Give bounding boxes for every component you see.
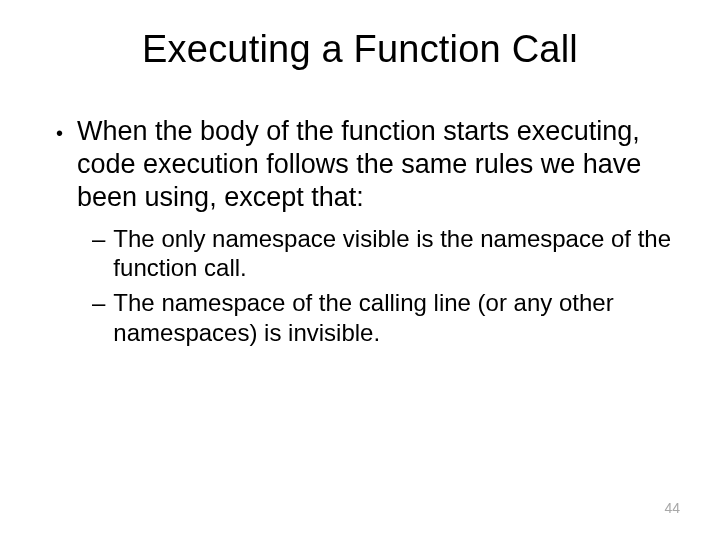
dash-marker-icon: – xyxy=(92,288,105,347)
bullet-list: • When the body of the function starts e… xyxy=(48,115,672,214)
sub-bullet-item: – The namespace of the calling line (or … xyxy=(92,288,672,347)
sub-bullet-list: – The only namespace visible is the name… xyxy=(48,224,672,347)
page-number: 44 xyxy=(664,500,680,516)
slide-title: Executing a Function Call xyxy=(48,28,672,71)
bullet-item: • When the body of the function starts e… xyxy=(56,115,672,214)
sub-bullet-item: – The only namespace visible is the name… xyxy=(92,224,672,283)
sub-bullet-text: The only namespace visible is the namesp… xyxy=(113,224,672,283)
dash-marker-icon: – xyxy=(92,224,105,283)
sub-bullet-text: The namespace of the calling line (or an… xyxy=(113,288,672,347)
slide-container: Executing a Function Call • When the bod… xyxy=(0,0,720,540)
bullet-text: When the body of the function starts exe… xyxy=(77,115,672,214)
bullet-marker-icon: • xyxy=(56,121,63,214)
